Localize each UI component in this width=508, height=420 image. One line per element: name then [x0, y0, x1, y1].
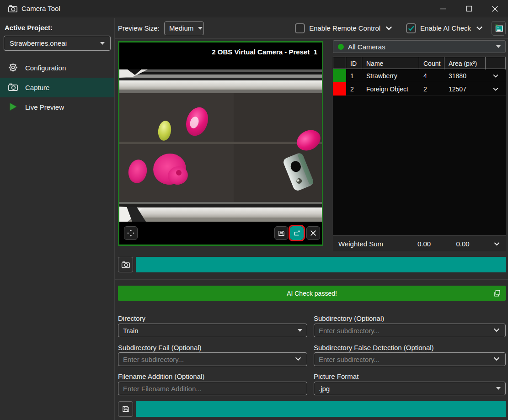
play-icon — [8, 101, 18, 113]
save-icon — [278, 229, 285, 237]
screenshot-new-icon — [293, 229, 301, 237]
preview-size-select[interactable]: Medium — [164, 21, 204, 35]
table-row[interactable]: 1 Strawberry 4 31880 — [333, 69, 506, 82]
row-id: 2 — [346, 85, 362, 93]
title-bar: Camera Tool — [0, 0, 508, 17]
header-swatch — [333, 57, 346, 69]
triangle-down-icon — [198, 27, 203, 30]
picture-format-value: .jpg — [319, 385, 496, 393]
detections-table: ID Name Count Area (px²) 1 Strawberry 4 … — [333, 57, 506, 235]
ai-check-label: Enable AI Check — [420, 24, 471, 32]
subdirectory-label: Subdirectory (Optional) — [314, 314, 506, 322]
main-toolbar: Preview Size: Medium Enable Remote Contr… — [115, 18, 508, 39]
chevron-down-icon[interactable] — [294, 355, 302, 364]
copy-icon[interactable] — [493, 289, 502, 299]
class-color-swatch — [333, 82, 346, 96]
class-color-swatch — [333, 69, 346, 82]
close-icon — [491, 5, 499, 13]
row-expand-chevron-down-icon[interactable] — [486, 72, 506, 80]
false-detection-label: Subdirectory False Detection (Optional) — [314, 344, 506, 351]
subdirectory-fail-combobox[interactable] — [118, 352, 307, 366]
close-icon — [309, 229, 317, 237]
camera-filter-select[interactable]: All Cameras — [333, 40, 506, 53]
sidebar-item-capture[interactable]: Capture — [0, 78, 114, 97]
preview-size-value: Medium — [169, 24, 193, 32]
remote-control-chevron-down-icon[interactable] — [385, 24, 393, 32]
row-area: 12507 — [444, 85, 486, 93]
preview-save-button[interactable] — [274, 226, 288, 240]
row-area: 31880 — [444, 72, 486, 80]
subdirectory-input[interactable] — [319, 327, 492, 335]
header-actions — [486, 57, 506, 69]
project-select-value: Strawberries.oneai — [10, 39, 100, 47]
filename-addition-field[interactable] — [118, 382, 307, 395]
row-name: Strawberry — [362, 72, 419, 80]
chevron-down-icon[interactable] — [492, 326, 501, 335]
row-count: 4 — [419, 72, 444, 80]
capture-progress-bar — [136, 257, 506, 272]
gear-icon — [8, 62, 18, 74]
preview-screenshot-button[interactable] — [290, 226, 304, 240]
triangle-down-icon — [496, 387, 501, 390]
table-row[interactable]: 2 Foreign Object 2 12507 — [333, 82, 506, 96]
directory-label: Directory — [118, 314, 307, 322]
row-id: 1 — [346, 72, 362, 80]
row-expand-chevron-down-icon[interactable] — [486, 85, 506, 93]
camera-icon — [121, 260, 130, 269]
header-area: Area (px²) — [444, 57, 486, 69]
sidebar-item-configuration[interactable]: Configuration — [0, 58, 114, 78]
chevron-down-icon[interactable] — [492, 355, 501, 364]
false-detection-combobox[interactable] — [314, 352, 506, 366]
preview-move-button[interactable] — [124, 226, 138, 240]
sidebar-item-live-preview[interactable]: Live Preview — [0, 97, 114, 117]
subdirectory-fail-input[interactable] — [123, 356, 294, 363]
weighted-sum-area: 0.00 — [445, 240, 481, 248]
ai-check-checkbox[interactable] — [406, 23, 416, 33]
directory-select[interactable]: Train — [118, 324, 307, 337]
camera-icon — [8, 4, 18, 16]
header-name: Name — [362, 57, 419, 69]
camera-preview: 2 OBS Virtual Camera - Preset_1 — [118, 41, 323, 246]
minimize-icon — [439, 5, 447, 12]
check-icon — [407, 24, 415, 33]
window-title: Camera Tool — [21, 5, 60, 12]
triangle-down-icon — [298, 329, 302, 332]
ai-check-status-text: AI Check passed! — [287, 290, 337, 297]
sidebar-item-label: Configuration — [25, 64, 66, 72]
triangle-down-icon — [100, 42, 105, 45]
ai-report-button[interactable] — [492, 21, 506, 36]
ai-check-status-banner[interactable]: AI Check passed! — [118, 286, 506, 301]
subdirectory-fail-label: Subdirectory Fail (Optional) — [118, 344, 307, 351]
sidebar: Active Project: Strawberries.oneai Confi… — [0, 18, 115, 420]
capture-button[interactable] — [118, 257, 133, 272]
weighted-sum-label: Weighted Sum — [333, 240, 417, 248]
project-select[interactable]: Strawberries.oneai — [4, 36, 111, 51]
minimize-button[interactable] — [430, 0, 456, 17]
picture-format-select[interactable]: .jpg — [314, 382, 506, 395]
header-id: ID — [346, 57, 362, 69]
save-progress-bar — [136, 401, 506, 417]
save-button[interactable] — [118, 401, 133, 417]
filename-addition-label: Filename Addition (Optional) — [118, 372, 307, 380]
picture-format-label: Picture Format — [314, 372, 506, 380]
filename-addition-input[interactable] — [123, 385, 302, 393]
app-window: Camera Tool Active Project: Strawberries… — [0, 0, 508, 420]
false-detection-input[interactable] — [319, 356, 492, 363]
save-icon — [122, 405, 130, 413]
table-header-row: ID Name Count Area (px²) — [333, 57, 506, 69]
sidebar-item-label: Live Preview — [25, 103, 64, 111]
weighted-sum-chevron-down-icon[interactable] — [487, 240, 506, 248]
triangle-down-icon — [496, 45, 501, 48]
weighted-sum-row: Weighted Sum 0.00 0.00 — [333, 235, 506, 251]
maximize-button[interactable] — [456, 0, 482, 17]
preview-close-button[interactable] — [306, 226, 320, 240]
camera-preview-image — [119, 69, 322, 222]
divider — [115, 279, 508, 280]
status-dot-icon — [338, 44, 344, 50]
close-button[interactable] — [482, 0, 508, 17]
row-name: Foreign Object — [362, 85, 419, 93]
ai-check-chevron-down-icon[interactable] — [475, 24, 484, 32]
subdirectory-combobox[interactable] — [314, 324, 506, 337]
remote-control-checkbox[interactable] — [295, 23, 305, 33]
weighted-sum-count: 0.00 — [417, 240, 445, 248]
